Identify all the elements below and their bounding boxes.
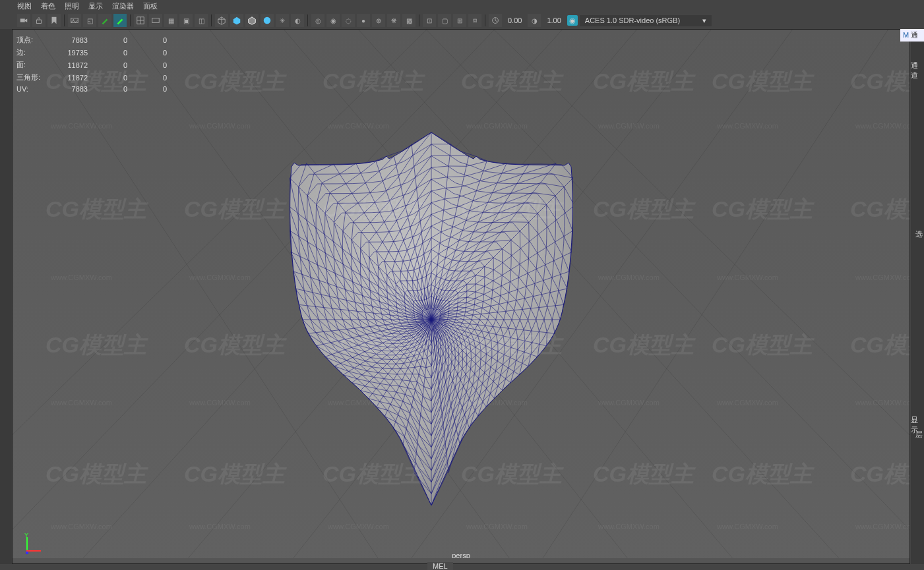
wireframe-model	[290, 128, 573, 511]
bookmark-icon[interactable]	[47, 14, 61, 27]
gate-mask-icon[interactable]: ▦	[164, 14, 177, 27]
chevron-down-icon: ▾	[702, 16, 706, 25]
menu-renderer[interactable]: 渲染器	[112, 1, 134, 11]
hud-row-uv: UV: 7883 0 0	[16, 84, 175, 94]
ao-icon[interactable]: ●	[357, 14, 370, 27]
viewport-toolbar: ◱ ▦ ▣ ◫ ✳ ◐ ◎ ◉ ◌ ● ⊕ ❋ ▩ ⊡ ▢ ⊞ ⧈ 0.00 ◑…	[0, 12, 924, 29]
hud-stats: 顶点: 7883 0 0 边: 19735 0 0 面: 11872 0 0	[16, 34, 175, 94]
2d-pan-icon[interactable]: ◱	[83, 14, 96, 27]
textured-icon[interactable]	[261, 14, 274, 27]
grid-icon[interactable]	[134, 14, 147, 27]
right-label-select[interactable]: 选	[915, 229, 923, 239]
exposure-icon[interactable]	[489, 14, 502, 27]
shaded-icon[interactable]	[230, 14, 243, 27]
right-label-layer[interactable]: 层	[915, 430, 923, 440]
svg-rect-4	[152, 18, 160, 23]
use-all-lights-icon[interactable]: ✳	[276, 14, 289, 27]
display-icon[interactable]: ⊞	[453, 14, 466, 27]
multisample-icon[interactable]: ❋	[387, 14, 400, 27]
resolution-gate-icon[interactable]: ▣	[179, 14, 193, 27]
lock-camera-icon[interactable]	[32, 14, 46, 27]
select-camera-icon[interactable]	[17, 14, 30, 27]
safe-action-icon[interactable]: ◫	[195, 14, 208, 27]
gamma-icon[interactable]: ◑	[528, 14, 541, 27]
gamma-value[interactable]: 1.00	[543, 16, 565, 24]
axis-gizmo: Y	[20, 532, 44, 556]
polygons-icon[interactable]: ▢	[438, 14, 451, 27]
motion-blur-icon[interactable]: ⊕	[372, 14, 385, 27]
right-label-channel[interactable]: 通道	[911, 61, 923, 80]
svg-rect-0	[20, 18, 25, 22]
channel-box-tab[interactable]: M 通	[900, 29, 924, 42]
xray-icon[interactable]: ◉	[326, 14, 340, 27]
xray-joints-icon[interactable]: ◌	[342, 14, 355, 27]
grease-pencil-active-icon[interactable]	[113, 14, 127, 27]
svg-line-13	[539, 30, 909, 563]
mel-label[interactable]: MEL	[427, 562, 453, 570]
display2-icon[interactable]: ⧈	[468, 14, 481, 27]
right-panel: M 通 通道 选 显示 层	[911, 29, 924, 564]
viewport[interactable]: 顶点: 7883 0 0 边: 19735 0 0 面: 11872 0 0	[12, 29, 910, 564]
hud-row-tris: 三角形: 11872 0 0	[16, 71, 175, 84]
hud-row-faces: 面: 11872 0 0	[16, 59, 175, 71]
svg-rect-1	[37, 20, 42, 23]
menu-panels[interactable]: 面板	[143, 1, 158, 11]
colorspace-dropdown[interactable]: ACES 1.0 SDR-video (sRGB) ▾	[580, 15, 712, 26]
shaded-wire-icon[interactable]	[245, 14, 259, 27]
hud-row-verts: 顶点: 7883 0 0	[16, 34, 175, 46]
menu-lighting[interactable]: 照明	[65, 1, 79, 11]
svg-point-5	[264, 17, 271, 24]
transform-display-icon[interactable]: ⊡	[423, 14, 436, 27]
hud-row-edges: 边: 19735 0 0	[16, 46, 175, 59]
menu-view[interactable]: 视图	[17, 1, 32, 11]
colorspace-icon: ◉	[567, 15, 578, 26]
grease-pencil-icon[interactable]	[98, 14, 111, 27]
dof-icon[interactable]: ▩	[402, 14, 416, 27]
svg-rect-2	[71, 18, 78, 23]
shadows-icon[interactable]: ◐	[291, 14, 304, 27]
film-gate-icon[interactable]	[149, 14, 162, 27]
menu-display[interactable]: 显示	[88, 1, 103, 11]
colorspace-label: ACES 1.0 SDR-video (sRGB)	[585, 16, 680, 24]
wireframe-icon[interactable]	[215, 14, 228, 27]
menu-shading[interactable]: 着色	[41, 1, 55, 11]
viewport-scrollbar[interactable]	[13, 558, 909, 563]
left-toolbar	[0, 29, 12, 564]
image-plane-icon[interactable]	[68, 14, 81, 27]
isolate-icon[interactable]: ◎	[311, 14, 324, 27]
exposure-value[interactable]: 0.00	[504, 16, 526, 24]
menu-bar: 视图 着色 照明 显示 渲染器 面板	[0, 0, 924, 12]
